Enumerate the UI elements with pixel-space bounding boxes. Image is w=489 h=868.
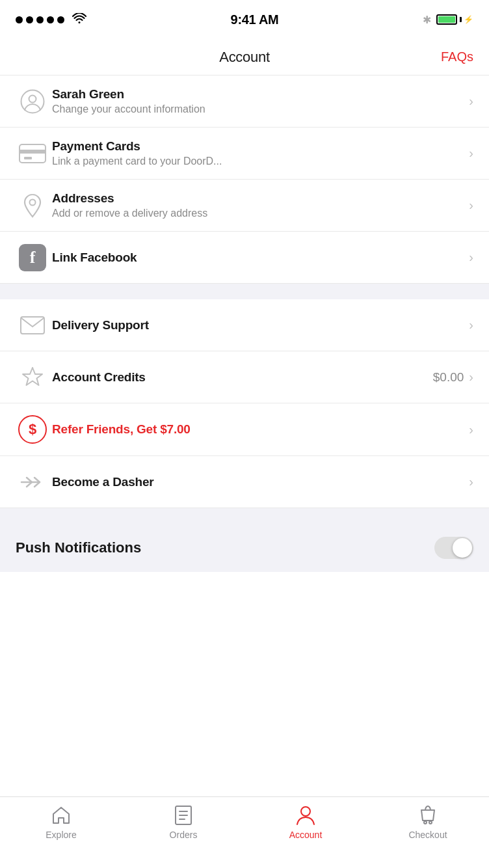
dasher-content: Become a Dasher bbox=[52, 475, 469, 489]
addresses-subtitle: Add or remove a delivery address bbox=[52, 208, 469, 219]
card-icon bbox=[16, 144, 49, 163]
payment-title: Payment Cards bbox=[52, 139, 469, 154]
menu-item-payment[interactable]: Payment Cards Link a payment card to you… bbox=[0, 128, 489, 180]
dollar-circle-icon: $ bbox=[16, 415, 49, 444]
svg-rect-5 bbox=[24, 157, 32, 159]
svg-point-0 bbox=[79, 21, 81, 23]
dasher-icon bbox=[16, 474, 49, 490]
account-icon bbox=[295, 805, 316, 826]
section-account-info: Sarah Green Change your account informat… bbox=[0, 75, 489, 284]
toggle-knob bbox=[453, 538, 472, 558]
delivery-support-content: Delivery Support bbox=[52, 318, 469, 332]
status-right: ✱ ⚡ bbox=[423, 14, 473, 26]
credits-title: Account Credits bbox=[52, 370, 433, 385]
menu-item-addresses[interactable]: Addresses Add or remove a delivery addre… bbox=[0, 180, 489, 232]
svg-point-12 bbox=[301, 807, 310, 816]
chevron-right-icon: › bbox=[469, 318, 473, 332]
nav-label-checkout: Checkout bbox=[408, 830, 447, 840]
chevron-right-icon: › bbox=[469, 370, 473, 385]
page-header: Account FAQs bbox=[0, 39, 489, 75]
chevron-right-icon: › bbox=[469, 146, 473, 161]
battery-indicator: ⚡ bbox=[436, 14, 473, 25]
nav-label-orders: Orders bbox=[170, 830, 198, 840]
chevron-right-icon: › bbox=[469, 422, 473, 437]
facebook-icon: f bbox=[16, 244, 49, 271]
profile-subtitle: Change your account information bbox=[52, 103, 469, 115]
nav-label-account: Account bbox=[289, 830, 323, 840]
chevron-right-icon: › bbox=[469, 250, 473, 265]
chevron-right-icon: › bbox=[469, 94, 473, 109]
signal-strength bbox=[16, 16, 64, 23]
addresses-content: Addresses Add or remove a delivery addre… bbox=[52, 191, 469, 219]
delivery-support-title: Delivery Support bbox=[52, 318, 469, 332]
orders-icon bbox=[173, 805, 194, 826]
svg-point-14 bbox=[429, 821, 432, 824]
nav-item-orders[interactable]: Orders bbox=[122, 805, 244, 840]
status-left bbox=[16, 13, 86, 27]
nav-item-checkout[interactable]: Checkout bbox=[367, 805, 489, 840]
credits-value: $0.00 bbox=[433, 370, 464, 385]
section-divider-1 bbox=[0, 284, 489, 299]
payment-subtitle: Link a payment card to your DoorD... bbox=[52, 156, 469, 167]
menu-item-dasher[interactable]: Become a Dasher › bbox=[0, 456, 489, 508]
person-icon bbox=[16, 89, 49, 114]
menu-item-profile[interactable]: Sarah Green Change your account informat… bbox=[0, 75, 489, 128]
svg-point-13 bbox=[424, 821, 427, 824]
push-notifications-title: Push Notifications bbox=[16, 539, 141, 556]
nav-item-account[interactable]: Account bbox=[244, 805, 367, 840]
svg-point-6 bbox=[30, 199, 36, 205]
bottom-navigation: Explore Orders Account bbox=[0, 796, 489, 868]
chevron-right-icon: › bbox=[469, 198, 473, 213]
home-icon bbox=[51, 805, 72, 826]
status-bar: 9:41 AM ✱ ⚡ bbox=[0, 0, 489, 39]
facebook-title: Link Facebook bbox=[52, 251, 469, 265]
mail-icon bbox=[16, 316, 49, 334]
menu-item-delivery-support[interactable]: Delivery Support › bbox=[0, 299, 489, 351]
battery-bolt-icon: ⚡ bbox=[464, 15, 473, 24]
wifi-icon bbox=[72, 13, 86, 27]
svg-rect-7 bbox=[21, 317, 44, 334]
location-icon bbox=[16, 193, 49, 218]
credits-content: Account Credits bbox=[52, 370, 433, 385]
section-support: Delivery Support › Account Credits $0.00… bbox=[0, 299, 489, 508]
profile-name: Sarah Green bbox=[52, 87, 469, 102]
menu-item-facebook[interactable]: f Link Facebook › bbox=[0, 232, 489, 284]
svg-rect-4 bbox=[20, 150, 46, 154]
push-notifications-section: Push Notifications bbox=[0, 524, 489, 572]
status-time: 9:41 AM bbox=[231, 12, 279, 27]
star-icon bbox=[16, 366, 49, 389]
page-title: Account bbox=[219, 49, 269, 66]
push-notifications-toggle[interactable] bbox=[434, 537, 473, 559]
payment-content: Payment Cards Link a payment card to you… bbox=[52, 139, 469, 167]
nav-label-explore: Explore bbox=[46, 830, 76, 840]
chevron-right-icon: › bbox=[469, 474, 473, 489]
checkout-icon bbox=[417, 805, 438, 826]
svg-point-2 bbox=[29, 95, 36, 102]
refer-content: Refer Friends, Get $7.00 bbox=[52, 422, 469, 437]
dasher-title: Become a Dasher bbox=[52, 475, 469, 489]
bluetooth-icon: ✱ bbox=[423, 14, 431, 26]
nav-item-explore[interactable]: Explore bbox=[0, 805, 122, 840]
menu-item-refer[interactable]: $ Refer Friends, Get $7.00 › bbox=[0, 403, 489, 456]
menu-item-credits[interactable]: Account Credits $0.00 › bbox=[0, 351, 489, 403]
faq-button[interactable]: FAQs bbox=[441, 49, 473, 64]
section-divider-2 bbox=[0, 508, 489, 524]
refer-title: Refer Friends, Get $7.00 bbox=[52, 422, 469, 437]
profile-content: Sarah Green Change your account informat… bbox=[52, 87, 469, 115]
facebook-content: Link Facebook bbox=[52, 251, 469, 265]
addresses-title: Addresses bbox=[52, 191, 469, 206]
